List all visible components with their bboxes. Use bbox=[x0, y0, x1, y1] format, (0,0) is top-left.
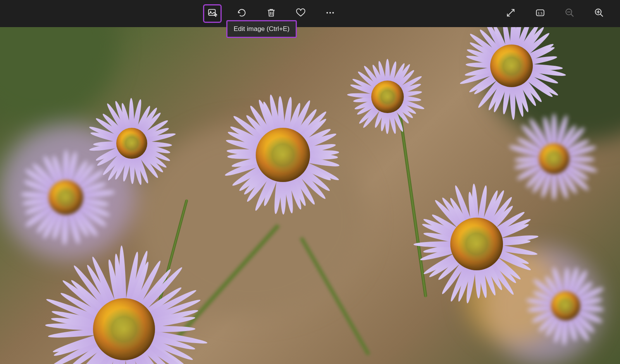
toolbar-right-group: 1:1 bbox=[501, 4, 608, 23]
svg-text:1:1: 1:1 bbox=[537, 11, 543, 15]
edit-image-button[interactable] bbox=[203, 4, 222, 23]
zoom-out-icon bbox=[565, 8, 575, 19]
more-button[interactable] bbox=[321, 4, 339, 23]
svg-point-4 bbox=[332, 12, 334, 14]
image-viewport[interactable] bbox=[0, 27, 620, 364]
fullscreen-button[interactable] bbox=[501, 4, 520, 23]
edit-tooltip: Edit image (Ctrl+E) bbox=[226, 20, 297, 38]
zoom-out-button[interactable] bbox=[560, 4, 579, 23]
svg-point-2 bbox=[326, 12, 328, 14]
zoom-in-button[interactable] bbox=[590, 4, 608, 23]
actual-size-button[interactable]: 1:1 bbox=[531, 4, 549, 23]
edit-image-icon bbox=[207, 8, 217, 19]
tooltip-text: Edit image (Ctrl+E) bbox=[234, 25, 289, 33]
toolbar: 1:1 Edit image (Ctrl+E) bbox=[0, 0, 620, 27]
heart-icon bbox=[296, 8, 306, 19]
zoom-in-icon bbox=[594, 8, 604, 19]
fullscreen-icon bbox=[506, 8, 516, 19]
rotate-icon bbox=[237, 8, 247, 19]
delete-icon bbox=[266, 8, 276, 19]
more-icon bbox=[325, 8, 335, 19]
actual-size-icon: 1:1 bbox=[535, 8, 545, 19]
svg-point-3 bbox=[329, 12, 331, 14]
